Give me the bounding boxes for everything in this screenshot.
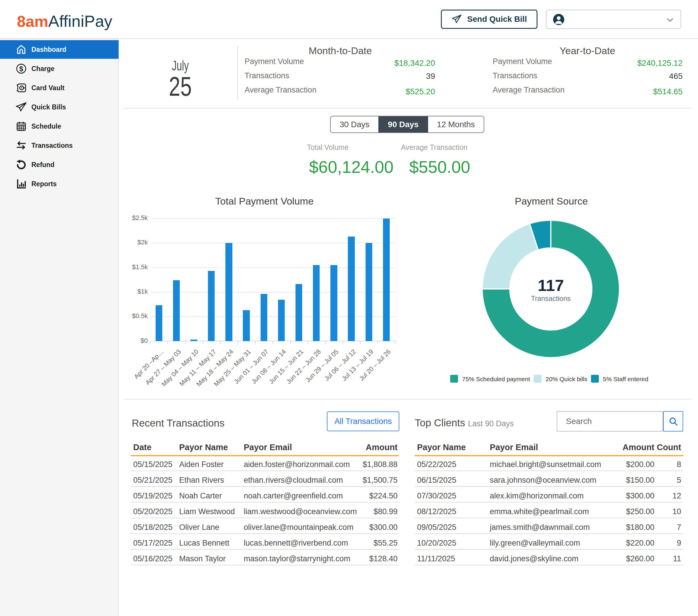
svg-text:$: $ [19, 65, 23, 73]
